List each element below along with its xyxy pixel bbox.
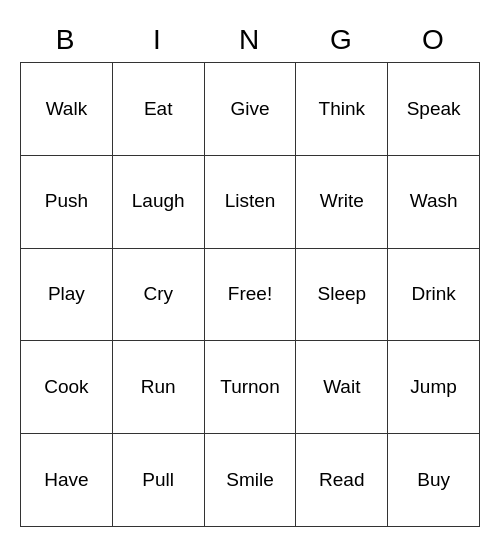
cell-1-0[interactable]: Push <box>21 156 113 249</box>
cell-4-4[interactable]: Buy <box>388 434 480 527</box>
cell-0-1[interactable]: Eat <box>113 63 205 156</box>
cell-3-4[interactable]: Jump <box>388 341 480 434</box>
header-letter-O: O <box>388 17 480 62</box>
cell-4-0[interactable]: Have <box>21 434 113 527</box>
bingo-header: BINGO <box>20 17 480 62</box>
cell-0-3[interactable]: Think <box>296 63 388 156</box>
cell-1-1[interactable]: Laugh <box>113 156 205 249</box>
header-letter-N: N <box>204 17 296 62</box>
cell-3-1[interactable]: Run <box>113 341 205 434</box>
header-letter-I: I <box>112 17 204 62</box>
cell-0-0[interactable]: Walk <box>21 63 113 156</box>
cell-4-3[interactable]: Read <box>296 434 388 527</box>
cell-0-2[interactable]: Give <box>205 63 297 156</box>
cell-1-2[interactable]: Listen <box>205 156 297 249</box>
cell-2-1[interactable]: Cry <box>113 249 205 342</box>
cell-3-3[interactable]: Wait <box>296 341 388 434</box>
cell-3-2[interactable]: Turnon <box>205 341 297 434</box>
cell-2-3[interactable]: Sleep <box>296 249 388 342</box>
cell-4-1[interactable]: Pull <box>113 434 205 527</box>
cell-2-0[interactable]: Play <box>21 249 113 342</box>
cell-2-2[interactable]: Free! <box>205 249 297 342</box>
header-letter-G: G <box>296 17 388 62</box>
cell-2-4[interactable]: Drink <box>388 249 480 342</box>
cell-4-2[interactable]: Smile <box>205 434 297 527</box>
cell-0-4[interactable]: Speak <box>388 63 480 156</box>
cell-3-0[interactable]: Cook <box>21 341 113 434</box>
bingo-grid: WalkEatGiveThinkSpeakPushLaughListenWrit… <box>20 62 480 527</box>
cell-1-4[interactable]: Wash <box>388 156 480 249</box>
cell-1-3[interactable]: Write <box>296 156 388 249</box>
header-letter-B: B <box>20 17 112 62</box>
bingo-card: BINGO WalkEatGiveThinkSpeakPushLaughList… <box>20 17 480 527</box>
